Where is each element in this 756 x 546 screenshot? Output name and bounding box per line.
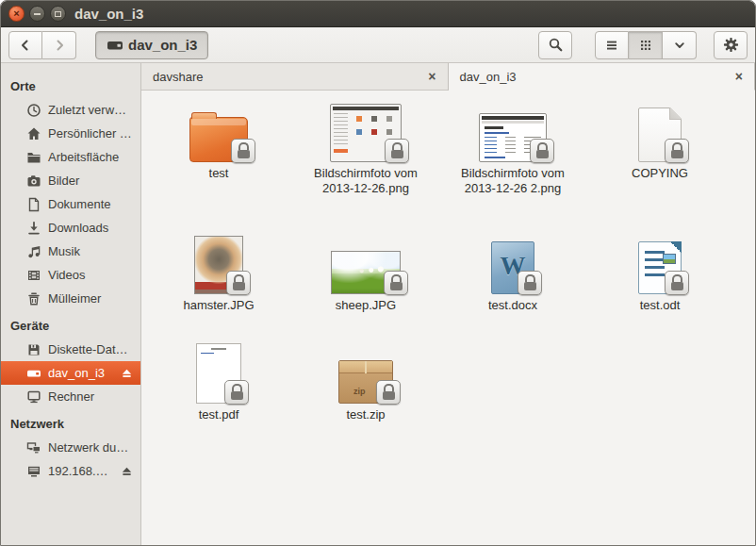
download-icon xyxy=(26,221,41,236)
text-file-icon xyxy=(638,108,682,162)
search-button[interactable] xyxy=(538,31,572,59)
photo-thumbnail-icon xyxy=(331,251,401,294)
sidebar-item-computer[interactable]: Rechner xyxy=(1,385,140,408)
file-manager-window: × dav_on_i3 xyxy=(0,0,756,546)
clock-icon xyxy=(26,103,41,118)
maximize-window-button[interactable] xyxy=(50,6,66,22)
screenshot-thumbnail-icon xyxy=(479,113,547,162)
drive-icon xyxy=(107,39,123,52)
lock-emblem-icon xyxy=(224,380,249,405)
places-sidebar: Orte Zuletzt verw… Persönlicher … xyxy=(1,63,141,545)
file-item-test-folder[interactable]: test xyxy=(148,96,289,181)
lock-emblem-icon xyxy=(376,380,401,405)
sidebar-item-dav-on-i3[interactable]: dav_on_i3 xyxy=(1,361,140,385)
file-name: COPYING xyxy=(632,166,688,181)
tab-close-button[interactable]: × xyxy=(428,70,436,83)
document-icon xyxy=(26,197,41,212)
view-toggle-group xyxy=(595,31,697,59)
file-item-hamster-jpg[interactable]: hamster.JPG xyxy=(148,228,289,313)
file-item-screenshot-2[interactable]: Bildschirmfoto vom 2013-12-26 2.png xyxy=(442,96,583,196)
camera-icon xyxy=(26,174,41,189)
network-icon xyxy=(26,440,41,455)
list-view-button[interactable] xyxy=(595,31,629,59)
file-name: hamster.JPG xyxy=(183,298,254,313)
sidebar-item-label: Zuletzt verw… xyxy=(48,103,126,117)
file-grid: test xyxy=(141,91,755,545)
location-button[interactable]: dav_on_i3 xyxy=(95,31,208,59)
sidebar-item-desktop[interactable]: Arbeitsfläche xyxy=(1,145,140,169)
list-view-icon xyxy=(604,38,619,53)
lock-emblem-icon xyxy=(226,271,251,295)
folder-icon xyxy=(189,117,248,162)
file-name: test xyxy=(209,166,229,181)
sidebar-item-downloads[interactable]: Downloads xyxy=(1,216,140,240)
maximize-icon xyxy=(55,11,61,17)
tab-dav-on-i3[interactable]: dav_on_i3 × xyxy=(449,63,756,91)
sidebar-item-label: Netzwerk du… xyxy=(48,440,128,455)
eject-button[interactable] xyxy=(120,464,134,481)
floppy-icon xyxy=(26,342,41,357)
forward-button[interactable] xyxy=(42,31,76,59)
sidebar-item-documents[interactable]: Dokumente xyxy=(1,192,140,216)
eject-icon xyxy=(120,366,134,380)
sidebar-item-home[interactable]: Persönlicher … xyxy=(1,122,140,145)
word-document-icon: W xyxy=(491,241,534,294)
file-item-test-zip[interactable]: zip test.zip xyxy=(295,338,436,422)
server-icon xyxy=(26,464,41,479)
sidebar-item-label: Diskette-Dat… xyxy=(48,342,128,356)
sidebar-item-music[interactable]: Musik xyxy=(1,240,140,263)
view-options-button[interactable] xyxy=(663,31,697,59)
file-item-test-odt[interactable]: test.odt xyxy=(589,228,731,313)
sidebar-item-label: 192.168.… xyxy=(48,464,108,478)
close-window-button[interactable]: × xyxy=(8,6,25,22)
drive-icon xyxy=(26,366,41,381)
tab-davshare[interactable]: davshare × xyxy=(141,63,449,91)
toolbar: dav_on_i3 xyxy=(1,27,755,63)
sidebar-heading-devices: Geräte xyxy=(1,310,140,338)
grid-view-button[interactable] xyxy=(629,31,663,59)
lock-emblem-icon xyxy=(530,139,554,163)
screenshot-thumbnail-icon xyxy=(330,104,402,162)
sidebar-item-videos[interactable]: Videos xyxy=(1,263,140,287)
lock-emblem-icon xyxy=(231,139,255,163)
sidebar-item-trash[interactable]: Mülleimer xyxy=(1,287,140,310)
forward-icon xyxy=(52,38,67,53)
settings-button[interactable] xyxy=(714,31,748,59)
lock-emblem-icon xyxy=(385,139,409,163)
sidebar-item-floppy[interactable]: Diskette-Dat… xyxy=(1,338,140,361)
sidebar-item-label: Arbeitsfläche xyxy=(48,150,119,164)
home-icon xyxy=(26,126,41,141)
sidebar-item-recent[interactable]: Zuletzt verw… xyxy=(1,98,140,122)
sidebar-item-network-browse[interactable]: Netzwerk du… xyxy=(1,436,140,459)
sidebar-item-network-server[interactable]: 192.168.… xyxy=(1,459,140,483)
grid-view-icon xyxy=(638,38,653,53)
tab-close-button[interactable]: × xyxy=(735,70,743,83)
minimize-icon xyxy=(34,13,41,15)
main-area: Orte Zuletzt verw… Persönlicher … xyxy=(1,63,755,545)
sidebar-item-label: Mülleimer xyxy=(48,291,101,306)
file-item-sheep-jpg[interactable]: sheep.JPG xyxy=(295,228,436,313)
zip-archive-icon: zip xyxy=(338,360,393,404)
file-item-test-pdf[interactable]: test.pdf xyxy=(148,338,289,422)
lock-emblem-icon xyxy=(665,271,689,295)
file-name: sheep.JPG xyxy=(336,298,396,313)
titlebar[interactable]: × dav_on_i3 xyxy=(1,1,755,27)
back-button[interactable] xyxy=(8,31,42,59)
back-icon xyxy=(18,38,33,53)
sidebar-heading-network: Netzwerk xyxy=(1,408,140,436)
sidebar-item-label: Rechner xyxy=(48,389,94,404)
file-item-screenshot-1[interactable]: Bildschirmfoto vom 2013-12-26.png xyxy=(295,96,436,196)
minimize-window-button[interactable] xyxy=(29,6,45,22)
file-item-test-docx[interactable]: W test.docx xyxy=(442,228,583,313)
sidebar-item-label: Musik xyxy=(48,244,80,258)
music-icon xyxy=(26,244,41,259)
file-name: test.odt xyxy=(640,298,681,313)
gear-icon xyxy=(723,37,739,53)
sidebar-item-pictures[interactable]: Bilder xyxy=(1,169,140,192)
lock-emblem-icon xyxy=(518,271,542,295)
location-label: dav_on_i3 xyxy=(128,37,197,53)
sidebar-item-label: dav_on_i3 xyxy=(48,366,105,380)
photo-thumbnail-icon xyxy=(194,236,243,294)
file-item-copying[interactable]: COPYING xyxy=(589,96,731,181)
eject-button[interactable] xyxy=(120,366,134,383)
